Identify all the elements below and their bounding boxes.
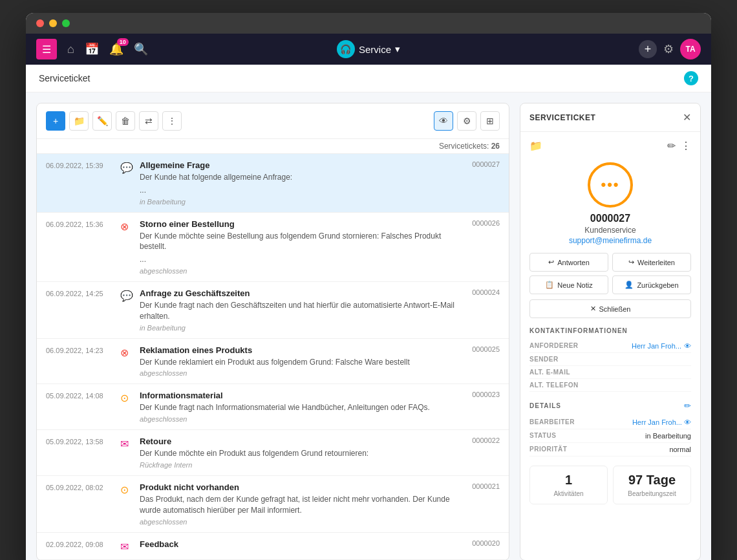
- aktivitaeten-count: 1: [537, 473, 601, 488]
- more-options-button[interactable]: ⋮: [162, 111, 182, 131]
- menu-button[interactable]: ☰: [36, 39, 57, 59]
- folder-button[interactable]: 📁: [69, 111, 89, 131]
- ticket-id: 0000026: [461, 219, 500, 227]
- bearbeiter-label: BEARBEITER: [529, 418, 575, 426]
- filter-button[interactable]: ⚙: [457, 111, 476, 131]
- table-row[interactable]: 05.09.2022, 14:08 ⊙ Informationsmaterial…: [37, 384, 509, 430]
- prioritaet-row: PRIORITÄT normal: [529, 443, 691, 457]
- page-header: Serviceticket ?: [26, 65, 711, 92]
- ticket-status: abgeschlossen: [140, 518, 454, 526]
- table-row[interactable]: 06.09.2022, 14:23 ⊗ Reklamation eines Pr…: [37, 339, 509, 385]
- details-edit-icon[interactable]: ✏: [684, 401, 691, 411]
- ticket-avatar-area: ••• 0000027 Kundenservice support@meinef…: [529, 162, 691, 245]
- ticket-date: 06.09.2022, 15:39: [46, 160, 114, 169]
- contact-info-table: ANFORDERER Herr Jan Froh... 👁 SENDER ALT…: [529, 339, 691, 392]
- edit-button[interactable]: ✏️: [92, 111, 112, 131]
- browser-minimize-dot[interactable]: [49, 19, 57, 27]
- columns-button[interactable]: ⊞: [480, 111, 500, 131]
- ticket-info: Informationsmaterial Der Kunde fragt nac…: [140, 391, 454, 423]
- antworten-button[interactable]: ↩ Antworten: [529, 253, 608, 272]
- detail-edit-icon[interactable]: ✏: [667, 140, 676, 152]
- action-buttons: ↩ Antworten ↪ Weiterleiten 📋 Neue Notiz: [529, 253, 691, 294]
- table-row[interactable]: 05.09.2022, 08:02 ⊙ Produkt nicht vorhan…: [37, 476, 509, 533]
- sender-row: SENDER: [529, 353, 691, 366]
- ticket-status: abgeschlossen: [140, 369, 454, 377]
- table-row[interactable]: 06.09.2022, 14:25 💬 Anfrage zu Geschäfts…: [37, 282, 509, 339]
- table-row[interactable]: 06.09.2022, 15:39 💬 Allgemeine Frage Der…: [37, 154, 509, 213]
- ticket-info: Reklamation eines Produkts Der Kunde rek…: [140, 345, 454, 378]
- ticket-subject: Reklamation eines Produkts: [140, 345, 454, 355]
- neue-notiz-button[interactable]: 📋 Neue Notiz: [529, 275, 608, 294]
- status-icon-processing: 💬: [120, 288, 133, 302]
- anforderer-row: ANFORDERER Herr Jan Froh... 👁: [529, 339, 691, 353]
- ticket-preview: Das Produkt, nach dem der Kunde gefragt …: [140, 494, 454, 516]
- plus-icon: +: [53, 116, 58, 126]
- browser-maximize-dot[interactable]: [62, 19, 70, 27]
- aktivitaeten-stat: 1 Aktivitäten: [529, 466, 608, 504]
- ticket-status: abgeschlossen: [140, 267, 454, 275]
- ticket-detail-panel: SERVICETICKET ✕ 📁 ✏ ⋮: [520, 103, 701, 560]
- ticket-email[interactable]: support@meinefirma.de: [569, 236, 652, 245]
- columns-icon: ⊞: [486, 116, 494, 126]
- topbar-left: ☰ ⌂ 📅 🔔 10 🔍: [36, 39, 148, 59]
- help-button[interactable]: ?: [684, 71, 698, 85]
- ticket-info: Anfrage zu Geschäftszeiten Der Kunde fra…: [140, 288, 454, 332]
- toolbar: + 📁 ✏️ 🗑 ⇄: [37, 103, 509, 139]
- detail-panel-title: SERVICETICKET: [529, 113, 595, 122]
- status-row: STATUS in Bearbeitung: [529, 429, 691, 443]
- settings-icon[interactable]: ⚙: [663, 42, 674, 56]
- ticket-subject: Storno einer Bestellung: [140, 219, 454, 229]
- list-view-button[interactable]: 👁: [434, 111, 453, 131]
- aktivitaeten-label: Aktivitäten: [537, 490, 601, 497]
- service-menu[interactable]: 🎧 Service ▾: [337, 40, 400, 58]
- detail-close-button[interactable]: ✕: [683, 111, 691, 124]
- detail-folder-icon[interactable]: 📁: [529, 140, 542, 152]
- table-row[interactable]: 02.09.2022, 09:08 ✉ Feedback 0000020: [37, 533, 509, 560]
- status-icon-processing: 💬: [120, 160, 133, 174]
- ticket-subject: Anfrage zu Geschäftszeiten: [140, 288, 454, 298]
- merge-button[interactable]: ⇄: [139, 111, 158, 131]
- browser-close-dot[interactable]: [36, 19, 44, 27]
- zurueckgeben-button[interactable]: 👤 Zurückgeben: [612, 275, 691, 294]
- eye-icon: 👁: [439, 116, 448, 126]
- ticket-info: Storno einer Bestellung Der Kunde möchte…: [140, 219, 454, 275]
- add-ticket-button[interactable]: +: [46, 111, 65, 131]
- search-icon[interactable]: 🔍: [134, 42, 148, 56]
- notification-badge: 10: [117, 38, 129, 46]
- ticket-id: 0000027: [461, 160, 500, 168]
- weiterleiten-button[interactable]: ↪ Weiterleiten: [612, 253, 691, 272]
- ticket-number: 0000027: [590, 213, 630, 224]
- table-row[interactable]: 06.09.2022, 15:36 ⊗ Storno einer Bestell…: [37, 213, 509, 282]
- delete-button[interactable]: 🗑: [116, 111, 135, 131]
- details-section: DETAILS ✏ BEARBEITER Herr Jan Froh... 👁 …: [529, 401, 691, 457]
- ticket-subject: Informationsmaterial: [140, 391, 454, 400]
- bearbeiter-row: BEARBEITER Herr Jan Froh... 👁: [529, 416, 691, 429]
- reply-icon: ↩: [548, 258, 554, 266]
- filter-icon: ⚙: [463, 116, 471, 126]
- schliessen-button[interactable]: ✕ Schließen: [529, 299, 691, 318]
- status-label: STATUS: [529, 432, 557, 440]
- ticket-info: Retoure Der Kunde möchte ein Produkt aus…: [140, 436, 454, 469]
- ticket-status: in Bearbeitung: [140, 324, 454, 332]
- ticket-items: 06.09.2022, 15:39 💬 Allgemeine Frage Der…: [37, 154, 509, 560]
- home-icon[interactable]: ⌂: [67, 43, 74, 56]
- ticket-id: 0000022: [461, 436, 500, 444]
- table-row[interactable]: 05.09.2022, 13:58 ✉ Retoure Der Kunde mö…: [37, 430, 509, 476]
- user-avatar[interactable]: TA: [680, 39, 701, 59]
- add-button[interactable]: +: [639, 40, 657, 58]
- anforderer-value[interactable]: Herr Jan Froh... 👁: [632, 342, 691, 350]
- ticket-preview: Der Kunde möchte seine Bestellung aus fo…: [140, 231, 454, 253]
- pencil-icon: ✏️: [97, 116, 108, 126]
- ticket-status: abgeschlossen: [140, 415, 454, 423]
- ticket-date: 05.09.2022, 14:08: [46, 391, 114, 400]
- ticket-status: Rückfrage Intern: [140, 461, 454, 469]
- detail-more-icon[interactable]: ⋮: [681, 140, 691, 152]
- bearbeiter-value[interactable]: Herr Jan Froh... 👁: [632, 418, 691, 426]
- service-dropdown-icon: ▾: [395, 43, 400, 55]
- calendar-icon[interactable]: 📅: [85, 42, 99, 56]
- forward-icon: ↪: [628, 258, 634, 266]
- contact-section-title: KONTAKTINFORMATIONEN: [529, 327, 691, 334]
- status-icon-orange: ⊙: [120, 482, 133, 496]
- ticket-date: 06.09.2022, 14:23: [46, 345, 114, 354]
- ticket-preview: Der Kunde fragt nach Informationsmateria…: [140, 402, 454, 413]
